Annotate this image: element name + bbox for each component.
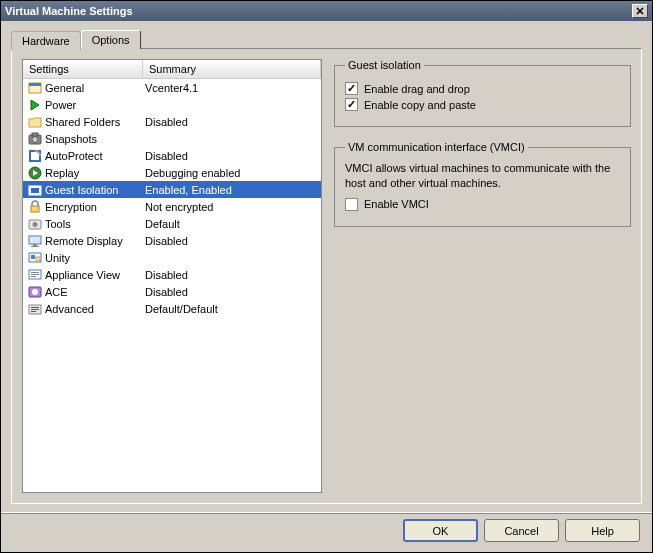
list-item-power[interactable]: Power bbox=[23, 96, 321, 113]
remote-icon bbox=[27, 233, 43, 249]
svg-rect-25 bbox=[31, 307, 39, 308]
list-item-general[interactable]: GeneralVcenter4.1 bbox=[23, 79, 321, 96]
enable-vmci-checkbox[interactable] bbox=[345, 198, 358, 211]
enable-drag-drop-label: Enable drag and drop bbox=[364, 83, 470, 95]
replay-icon bbox=[27, 165, 43, 181]
tab-options-label: Options bbox=[92, 34, 130, 46]
ok-button[interactable]: OK bbox=[403, 519, 478, 542]
list-item-snapshot[interactable]: Snapshots bbox=[23, 130, 321, 147]
cancel-button[interactable]: Cancel bbox=[484, 519, 559, 542]
folder-icon bbox=[27, 114, 43, 130]
item-summary: Vcenter4.1 bbox=[141, 82, 321, 94]
list-item-isolation[interactable]: Guest IsolationEnabled, Enabled bbox=[23, 181, 321, 198]
list-item-tools[interactable]: ToolsDefault bbox=[23, 215, 321, 232]
list-item-replay[interactable]: ReplayDebugging enabled bbox=[23, 164, 321, 181]
list-item-advanced[interactable]: AdvancedDefault/Default bbox=[23, 300, 321, 317]
svg-rect-20 bbox=[31, 274, 39, 275]
item-name: Remote Display bbox=[45, 235, 141, 247]
window-title: Virtual Machine Settings bbox=[5, 5, 632, 17]
list-item-encryption[interactable]: EncryptionNot encrypted bbox=[23, 198, 321, 215]
list-header: Settings Summary bbox=[23, 60, 321, 79]
enable-copy-paste-label: Enable copy and paste bbox=[364, 99, 476, 111]
tab-strip: Hardware Options bbox=[1, 21, 652, 48]
item-summary: Debugging enabled bbox=[141, 167, 321, 179]
enable-vmci-label: Enable VMCI bbox=[364, 198, 429, 210]
guest-isolation-legend: Guest isolation bbox=[345, 59, 424, 71]
svg-rect-14 bbox=[31, 246, 39, 247]
vm-settings-dialog: Virtual Machine Settings Hardware Option… bbox=[0, 0, 653, 553]
svg-rect-1 bbox=[29, 83, 41, 86]
svg-point-3 bbox=[32, 136, 38, 142]
item-name: AutoProtect bbox=[45, 150, 141, 162]
close-icon bbox=[636, 7, 644, 15]
tab-hardware[interactable]: Hardware bbox=[11, 31, 81, 50]
titlebar: Virtual Machine Settings bbox=[1, 1, 652, 21]
item-name: Power bbox=[45, 99, 141, 111]
vmci-group: VM communication interface (VMCI) VMCI a… bbox=[334, 141, 631, 227]
list-item-ace[interactable]: ACEDisabled bbox=[23, 283, 321, 300]
item-name: Guest Isolation bbox=[45, 184, 141, 196]
ace-icon bbox=[27, 284, 43, 300]
svg-point-11 bbox=[33, 222, 38, 227]
item-summary: Enabled, Enabled bbox=[141, 184, 321, 196]
appliance-icon bbox=[27, 267, 43, 283]
item-name: ACE bbox=[45, 286, 141, 298]
enable-drag-drop-row[interactable]: Enable drag and drop bbox=[345, 82, 620, 95]
item-summary: Disabled bbox=[141, 286, 321, 298]
settings-list[interactable]: Settings Summary GeneralVcenter4.1PowerS… bbox=[22, 59, 322, 493]
enable-drag-drop-checkbox[interactable] bbox=[345, 82, 358, 95]
vmci-legend: VM communication interface (VMCI) bbox=[345, 141, 528, 153]
svg-point-23 bbox=[32, 289, 38, 295]
column-summary[interactable]: Summary bbox=[143, 60, 321, 78]
details-panel: Guest isolation Enable drag and drop Ena… bbox=[334, 59, 631, 493]
list-body: GeneralVcenter4.1PowerShared FoldersDisa… bbox=[23, 79, 321, 317]
advanced-icon bbox=[27, 301, 43, 317]
svg-rect-8 bbox=[31, 188, 39, 193]
close-button[interactable] bbox=[632, 4, 648, 18]
item-name: Encryption bbox=[45, 201, 141, 213]
unity-icon bbox=[27, 250, 43, 266]
svg-rect-26 bbox=[31, 309, 39, 310]
item-name: Tools bbox=[45, 218, 141, 230]
item-name: Shared Folders bbox=[45, 116, 141, 128]
svg-rect-17 bbox=[36, 257, 40, 261]
item-summary: Disabled bbox=[141, 116, 321, 128]
enable-copy-paste-row[interactable]: Enable copy and paste bbox=[345, 98, 620, 111]
list-item-folder[interactable]: Shared FoldersDisabled bbox=[23, 113, 321, 130]
item-name: General bbox=[45, 82, 141, 94]
svg-rect-12 bbox=[29, 236, 41, 244]
item-name: Snapshots bbox=[45, 133, 141, 145]
item-name: Unity bbox=[45, 252, 141, 264]
list-item-autoprotect[interactable]: AutoProtectDisabled bbox=[23, 147, 321, 164]
item-summary: Not encrypted bbox=[141, 201, 321, 213]
button-bar: OK Cancel Help bbox=[1, 512, 652, 552]
list-item-appliance[interactable]: Appliance ViewDisabled bbox=[23, 266, 321, 283]
power-icon bbox=[27, 97, 43, 113]
item-summary: Disabled bbox=[141, 235, 321, 247]
help-button[interactable]: Help bbox=[565, 519, 640, 542]
column-settings[interactable]: Settings bbox=[23, 60, 143, 78]
enable-copy-paste-checkbox[interactable] bbox=[345, 98, 358, 111]
list-item-remote[interactable]: Remote DisplayDisabled bbox=[23, 232, 321, 249]
svg-rect-4 bbox=[32, 133, 38, 136]
isolation-icon bbox=[27, 182, 43, 198]
general-icon bbox=[27, 80, 43, 96]
settings-list-panel: Settings Summary GeneralVcenter4.1PowerS… bbox=[22, 59, 322, 493]
list-item-unity[interactable]: Unity bbox=[23, 249, 321, 266]
item-summary: Disabled bbox=[141, 269, 321, 281]
tab-content: Settings Summary GeneralVcenter4.1PowerS… bbox=[11, 48, 642, 504]
item-summary: Disabled bbox=[141, 150, 321, 162]
svg-rect-13 bbox=[33, 244, 37, 246]
item-name: Replay bbox=[45, 167, 141, 179]
item-name: Advanced bbox=[45, 303, 141, 315]
enable-vmci-row[interactable]: Enable VMCI bbox=[345, 198, 620, 211]
tab-options[interactable]: Options bbox=[81, 30, 141, 49]
svg-rect-9 bbox=[31, 206, 39, 212]
vmci-description: VMCI allows virtual machines to communic… bbox=[345, 161, 620, 192]
svg-rect-16 bbox=[31, 255, 35, 259]
snapshot-icon bbox=[27, 131, 43, 147]
item-summary: Default/Default bbox=[141, 303, 321, 315]
svg-rect-19 bbox=[31, 272, 39, 273]
item-summary: Default bbox=[141, 218, 321, 230]
tab-hardware-label: Hardware bbox=[22, 35, 70, 47]
